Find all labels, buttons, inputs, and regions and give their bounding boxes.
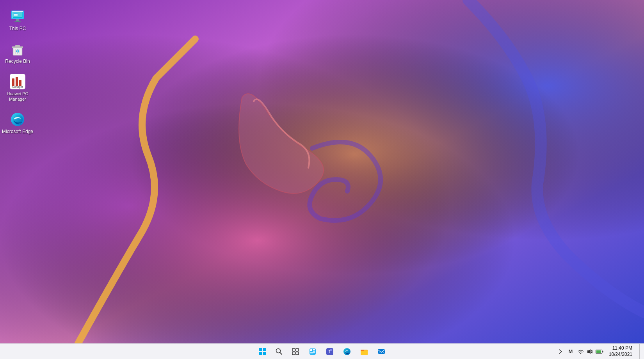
- svg-rect-22: [12, 78, 14, 86]
- svg-rect-40: [313, 351, 315, 352]
- desktop[interactable]: This PC ♻ Recyc: [0, 0, 644, 343]
- desktop-icon-this-pc[interactable]: This PC: [0, 5, 35, 35]
- search-button[interactable]: [272, 344, 286, 359]
- huawei-pc-manager-label: Huawei PC Manager: [2, 91, 34, 102]
- wifi-icon[interactable]: [577, 348, 585, 355]
- clock-date: 10/24/2021: [609, 352, 632, 358]
- microsoft-edge-label: Microsoft Edge: [2, 129, 33, 135]
- svg-rect-51: [378, 349, 385, 354]
- task-view-button[interactable]: [288, 344, 303, 359]
- svg-rect-38: [310, 349, 312, 351]
- svg-rect-36: [296, 352, 299, 355]
- svg-rect-34: [296, 348, 299, 351]
- svg-line-32: [280, 352, 282, 354]
- recycle-bin-icon: ♻: [10, 41, 25, 57]
- taskbar-center: T T: [255, 344, 389, 359]
- ime-icon[interactable]: M: [566, 348, 575, 355]
- svg-rect-49: [361, 350, 368, 355]
- svg-point-47: [343, 348, 350, 355]
- svg-text:T: T: [330, 349, 331, 351]
- clock[interactable]: 11:40 PM 10/24/2021: [606, 345, 635, 357]
- svg-rect-12: [14, 13, 18, 14]
- teams-button[interactable]: T T: [322, 344, 338, 359]
- show-hidden-icons-button[interactable]: [557, 348, 564, 355]
- svg-rect-50: [361, 350, 364, 351]
- taskbar: T T: [0, 343, 644, 359]
- svg-rect-27: [259, 348, 262, 351]
- svg-rect-39: [313, 349, 315, 350]
- svg-rect-41: [310, 352, 315, 353]
- svg-rect-30: [263, 352, 266, 355]
- desktop-icon-recycle-bin[interactable]: ♻ Recycle Bin: [0, 38, 35, 68]
- svg-rect-29: [259, 352, 262, 355]
- svg-marker-54: [587, 349, 591, 354]
- svg-rect-56: [602, 350, 603, 352]
- svg-rect-8: [14, 21, 21, 22]
- mail-button[interactable]: [374, 344, 389, 359]
- desktop-icon-huawei-pc-manager[interactable]: Manager Huawei PC Manager: [0, 71, 35, 105]
- svg-rect-57: [596, 350, 601, 352]
- edge-icon: [10, 112, 25, 127]
- recycle-bin-label: Recycle Bin: [5, 59, 30, 65]
- taskbar-edge-button[interactable]: [339, 344, 355, 359]
- volume-icon[interactable]: [586, 348, 594, 355]
- system-tray: M: [557, 348, 603, 355]
- this-pc-label: This PC: [9, 26, 26, 32]
- widgets-button[interactable]: [305, 344, 320, 359]
- taskbar-right: M: [557, 344, 644, 359]
- file-explorer-button[interactable]: [356, 344, 372, 359]
- svg-rect-35: [292, 352, 295, 355]
- ime-label: M: [569, 348, 573, 354]
- svg-rect-33: [292, 348, 295, 351]
- start-button[interactable]: [255, 344, 270, 359]
- desktop-icon-microsoft-edge[interactable]: Microsoft Edge: [0, 108, 35, 138]
- svg-rect-16: [15, 45, 20, 47]
- svg-rect-7: [16, 19, 19, 21]
- clock-time: 11:40 PM: [612, 345, 632, 352]
- svg-rect-28: [263, 348, 266, 351]
- battery-icon[interactable]: [596, 348, 603, 355]
- svg-text:Manager: Manager: [12, 85, 23, 89]
- show-desktop-button[interactable]: [639, 344, 641, 359]
- desktop-icons: This PC ♻ Recyc: [0, 0, 35, 143]
- huawei-icon: Manager: [10, 74, 25, 89]
- svg-rect-23: [16, 77, 18, 86]
- svg-rect-42: [310, 354, 313, 354]
- this-pc-icon: [10, 9, 25, 24]
